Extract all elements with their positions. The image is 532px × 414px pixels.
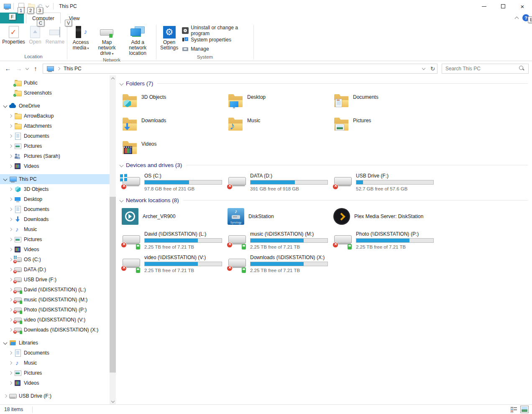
chevron-right-icon[interactable] [8, 307, 13, 313]
tree-item-downloads-x[interactable]: Downloads (\\DISKSTATION) (X:) [0, 325, 110, 335]
chevron-right-icon[interactable] [8, 237, 13, 242]
folder-item-music[interactable]: Music [228, 116, 333, 136]
uninstall-program-button[interactable]: Uninstall or change a program [180, 26, 252, 35]
network-item-plex[interactable]: Plex Media Server: DiskStation [333, 206, 439, 226]
chevron-right-icon[interactable] [8, 267, 13, 273]
netdrive-item-downloads-x[interactable]: Downloads (\\DISKSTATION) (X:) 2.25 TB f… [228, 255, 333, 275]
netdrive-item-music-m[interactable]: music (\\DISKSTATION) (M:) 2.25 TB free … [228, 231, 333, 251]
tree-item-data-d[interactable]: DATA (D:) [0, 265, 110, 275]
section-header-network[interactable]: Network locations (8) [119, 197, 528, 203]
large-icons-view-button[interactable] [520, 406, 529, 413]
tree-item-pictures[interactable]: Pictures [0, 141, 110, 151]
chevron-right-icon[interactable] [8, 123, 13, 129]
chevron-right-icon[interactable] [8, 153, 13, 159]
tree-item-arrowbackup[interactable]: ArrowBackup [0, 111, 110, 121]
breadcrumb[interactable]: This PC [43, 65, 84, 72]
map-network-drive-button[interactable]: Map network drive [93, 24, 120, 57]
tree-item-attachments[interactable]: Attachments [0, 121, 110, 131]
tree-item-lib-music[interactable]: Music [0, 358, 110, 368]
chevron-down-icon[interactable] [3, 176, 8, 182]
chevron-right-icon[interactable] [8, 317, 13, 323]
network-item-diskstation[interactable]: ♪Synology DiskStation [228, 206, 333, 226]
chevron-right-icon[interactable] [8, 327, 13, 333]
drive-item-os-c[interactable]: OS (C:) 97.8 GB free of 231 GB [122, 173, 228, 193]
folder-item-documents[interactable]: Documents [333, 93, 439, 113]
tree-item-screenshots[interactable]: Screenshots [0, 88, 110, 98]
chevron-right-icon[interactable] [8, 133, 13, 139]
network-item-archer[interactable]: Archer_VR900 [122, 206, 228, 226]
maximize-button[interactable] [494, 0, 513, 13]
tree-item-videos[interactable]: Videos [0, 244, 110, 255]
search-input[interactable] [442, 66, 519, 72]
address-bar[interactable]: This PC ↻ [43, 64, 437, 74]
folder-item-pictures[interactable]: Pictures [333, 116, 439, 136]
drive-item-usb-f[interactable]: USB Drive (F:) 52.7 GB free of 57.6 GB [333, 173, 439, 193]
rename-button[interactable]: Rename [45, 24, 65, 45]
folder-item-3d-objects[interactable]: 3D Objects [122, 93, 228, 113]
tree-item-usb-drive[interactable]: USB Drive (F:) [0, 391, 110, 401]
scroll-up-button[interactable] [110, 75, 116, 82]
tree-item-lib-pictures[interactable]: Pictures [0, 368, 110, 378]
tree-item-this-pc[interactable]: This PC [0, 174, 110, 184]
tree-item-david-l[interactable]: David (\\DISKSTATION) (L:) [0, 285, 110, 295]
chevron-right-icon[interactable] [8, 226, 13, 232]
tree-item-pictures-sarah[interactable]: Pictures (Sarah) [0, 151, 110, 161]
tree-item-os-c[interactable]: OS (C:) [0, 255, 110, 265]
search-box[interactable] [442, 64, 529, 74]
netdrive-item-video-v[interactable]: video (\\DISKSTATION) (V:) 2.25 TB free … [122, 255, 228, 275]
folder-item-desktop[interactable]: Desktop [228, 93, 333, 113]
tree-item-downloads[interactable]: Downloads [0, 214, 110, 224]
chevron-right-icon[interactable] [8, 277, 13, 283]
chevron-down-icon[interactable] [3, 103, 8, 109]
up-button[interactable]: ↑ [30, 64, 41, 74]
back-button[interactable]: ← [3, 64, 13, 74]
tree-item-video-v[interactable]: video (\\DISKSTATION) (V:) [0, 315, 110, 325]
tree-item-music-m[interactable]: music (\\DISKSTATION) (M:) [0, 295, 110, 305]
chevron-right-icon[interactable] [8, 196, 13, 202]
chevron-right-icon[interactable] [8, 287, 13, 293]
open-button[interactable]: Open [26, 24, 44, 45]
tree-item-public[interactable]: Public [0, 78, 110, 88]
tree-item-documents[interactable]: Documents [0, 131, 110, 141]
folder-item-downloads[interactable]: Downloads [122, 116, 228, 136]
open-settings-button[interactable]: Open Settings [159, 24, 180, 51]
chevron-right-icon[interactable] [3, 393, 8, 399]
manage-button[interactable]: Manage [180, 44, 252, 54]
tree-item-documents[interactable]: Documents [0, 204, 110, 214]
scroll-down-button[interactable] [110, 398, 116, 404]
chevron-right-icon[interactable] [8, 350, 13, 356]
access-media-button[interactable]: Access media [69, 24, 92, 51]
close-button[interactable]: × [513, 0, 532, 13]
folder-item-videos[interactable]: Videos [122, 140, 228, 160]
netdrive-item-photo-p[interactable]: Photo (\\DISKSTATION) (P:) 2.25 TB free … [333, 231, 439, 251]
tree-item-photo-p[interactable]: Photo (\\DISKSTATION) (P:) [0, 305, 110, 315]
properties-button[interactable]: Properties [2, 24, 25, 45]
drive-item-data-d[interactable]: DATA (D:) 391 GB free of 918 GB [228, 173, 333, 193]
tree-scrollbar[interactable] [110, 75, 116, 404]
tree-item-onedrive[interactable]: OneDrive [0, 101, 110, 111]
section-header-folders[interactable]: Folders (7) [119, 80, 528, 87]
tree-item-music[interactable]: Music [0, 224, 110, 234]
chevron-right-icon[interactable] [8, 247, 13, 252]
forward-button[interactable]: → [13, 64, 24, 74]
recent-locations-dropdown[interactable] [24, 64, 30, 74]
chevron-right-icon[interactable] [8, 370, 13, 376]
chevron-right-icon[interactable] [8, 257, 13, 262]
add-network-location-button[interactable]: Add a network location [121, 24, 154, 56]
tree-item-3d-objects[interactable]: 3D Objects [0, 184, 110, 194]
tree-item-desktop[interactable]: Desktop [0, 194, 110, 204]
minimize-button[interactable] [474, 0, 494, 13]
chevron-right-icon[interactable] [8, 186, 13, 192]
qat-customize-dropdown[interactable] [44, 2, 50, 11]
chevron-right-icon[interactable] [8, 380, 13, 386]
details-view-button[interactable] [509, 406, 518, 413]
tree-item-usb-f[interactable]: USB Drive (F:) [0, 275, 110, 285]
tree-item-lib-documents[interactable]: Documents [0, 348, 110, 358]
section-header-devices[interactable]: Devices and drives (3) [119, 162, 528, 168]
search-icon[interactable] [519, 66, 525, 72]
chevron-right-icon[interactable] [8, 143, 13, 149]
tree-item-videos[interactable]: Videos [0, 161, 110, 171]
system-properties-button[interactable]: System properties [180, 35, 252, 44]
scrollbar-thumb[interactable] [110, 197, 116, 373]
chevron-right-icon[interactable] [8, 360, 13, 366]
